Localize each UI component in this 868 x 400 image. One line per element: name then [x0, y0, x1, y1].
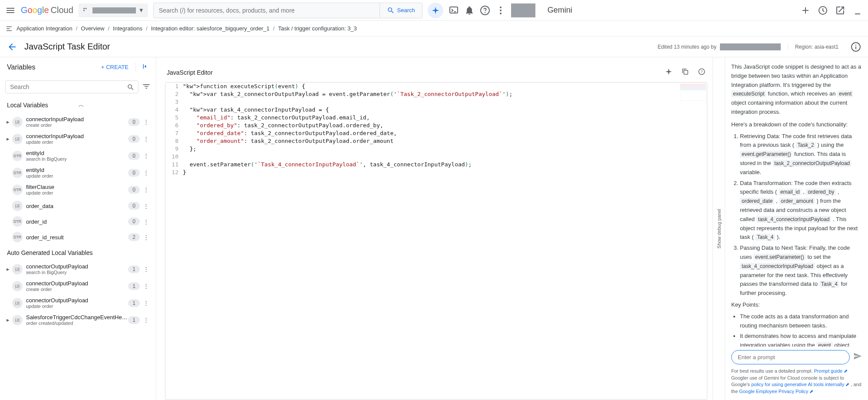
variable-subtitle: create order: [26, 122, 128, 128]
gemini-response: This JavaScript code snippet is designed…: [731, 63, 862, 347]
variable-type-badge: {J}: [12, 134, 23, 144]
ai-assist-icon[interactable]: [665, 68, 673, 77]
breadcrumb-item[interactable]: Integrations: [113, 25, 142, 32]
gemini-panel: This JavaScript code snippet is designed…: [725, 57, 868, 400]
variable-item[interactable]: ▸ {J} connectorOutputPayload search in B…: [0, 261, 156, 278]
svg-point-7: [500, 13, 502, 14]
gemini-minimize-icon[interactable]: [852, 5, 863, 16]
svg-text:?: ?: [700, 69, 703, 74]
cloud-shell-icon[interactable]: [449, 5, 459, 16]
code-editor[interactable]: 1"kw">function executeScript(event) {2 "…: [165, 82, 707, 400]
variable-item[interactable]: STR order_id 0 ⋮: [0, 214, 156, 229]
variable-menu-icon[interactable]: ⋮: [142, 168, 151, 178]
editor-title: JavaScript Editor: [167, 69, 665, 76]
variable-item[interactable]: STR entityId update order 0 ⋮: [0, 164, 156, 181]
help-icon[interactable]: ?: [698, 68, 706, 77]
variable-subtitle: update order: [26, 304, 128, 309]
copy-icon[interactable]: [681, 68, 689, 77]
project-selector[interactable]: ▼: [79, 3, 148, 17]
ai-policy-link[interactable]: policy for using generative AI tools int…: [751, 382, 849, 387]
avatar-mask[interactable]: [511, 3, 535, 17]
variable-item[interactable]: ▸ {J} connectorInputPayload update order…: [0, 130, 156, 147]
breadcrumb-item[interactable]: Application Integration: [17, 25, 73, 32]
variable-menu-icon[interactable]: ⋮: [142, 151, 151, 161]
variable-type-badge: {J}: [12, 117, 23, 127]
debug-panel-toggle[interactable]: Show debug panel: [713, 57, 725, 400]
more-icon[interactable]: [495, 5, 506, 16]
gemini-history-icon[interactable]: [818, 5, 828, 16]
expand-icon[interactable]: ▸: [3, 136, 12, 142]
variable-menu-icon[interactable]: ⋮: [142, 117, 151, 127]
svg-point-6: [500, 10, 502, 11]
variable-count-badge: 0: [128, 152, 140, 160]
variable-item[interactable]: STR entityId search in BigQuery 0 ⋮: [0, 147, 156, 164]
variable-search-input[interactable]: [10, 83, 124, 90]
variable-item[interactable]: ▸ {J} SalesforceTriggerCdcChangeEventHea…: [0, 311, 156, 328]
svg-point-1: [85, 8, 86, 9]
variable-menu-icon[interactable]: ⋮: [142, 201, 151, 211]
variable-name: connectorInputPayload: [26, 116, 128, 122]
variable-count-badge: 1: [128, 316, 140, 324]
variable-subtitle: update order: [26, 190, 128, 195]
variable-count-badge: 0: [128, 218, 140, 225]
expand-icon[interactable]: ▸: [3, 317, 12, 323]
help-icon[interactable]: [480, 5, 490, 16]
variable-menu-icon[interactable]: ⋮: [142, 298, 151, 308]
gemini-star-button[interactable]: [428, 3, 443, 18]
variable-menu-icon[interactable]: ⋮: [142, 232, 151, 242]
info-icon[interactable]: [851, 42, 861, 52]
minimap[interactable]: [680, 83, 706, 101]
privacy-policy-link[interactable]: Google Employee Privacy Policy ⬈: [739, 389, 813, 394]
gemini-new-icon[interactable]: [800, 5, 811, 16]
local-variables-section[interactable]: Local Variables ︿: [0, 97, 156, 113]
variable-item[interactable]: {J} connectorOutputPayload update order …: [0, 294, 156, 311]
send-icon[interactable]: [853, 352, 862, 364]
search-button[interactable]: Search: [380, 3, 422, 18]
variable-item[interactable]: STR filterClause update order 0 ⋮: [0, 181, 156, 198]
collapse-panel-icon[interactable]: [135, 63, 149, 72]
variable-item[interactable]: {J} connectorOutputPayload create order …: [0, 278, 156, 294]
variable-name: connectorInputPayload: [26, 133, 128, 139]
variable-type-badge: STR: [12, 185, 23, 195]
variable-subtitle: search in BigQuery: [26, 156, 128, 162]
variable-subtitle: search in BigQuery: [26, 270, 128, 275]
filter-icon[interactable]: [142, 82, 151, 92]
variable-count-badge: 2: [128, 233, 140, 241]
gemini-prompt-input[interactable]: [731, 350, 850, 364]
variable-menu-icon[interactable]: ⋮: [142, 134, 151, 144]
global-search[interactable]: Search: [153, 3, 422, 18]
variable-name: entityId: [26, 167, 128, 173]
breadcrumb-item[interactable]: Overview: [81, 25, 104, 32]
back-arrow[interactable]: [7, 42, 17, 52]
svg-rect-3: [450, 7, 458, 13]
variable-subtitle: update order: [26, 139, 128, 145]
variable-type-badge: {J}: [12, 298, 23, 308]
variable-menu-icon[interactable]: ⋮: [142, 264, 151, 274]
auto-variables-section[interactable]: Auto Generated Local Variables: [0, 245, 156, 261]
google-cloud-logo[interactable]: Google Cloud: [21, 5, 73, 15]
variable-menu-icon[interactable]: ⋮: [142, 217, 151, 227]
variable-item[interactable]: ▸ {J} connectorInputPayload create order…: [0, 113, 156, 130]
prompt-guide-link[interactable]: Prompt guide ⬈: [814, 368, 848, 374]
notifications-icon[interactable]: [464, 5, 475, 16]
variable-type-badge: STR: [12, 168, 23, 178]
variable-menu-icon[interactable]: ⋮: [142, 185, 151, 195]
variable-name: connectorOutputPayload: [26, 297, 128, 304]
breadcrumb-item[interactable]: Task / trigger configuration: 3_3: [278, 25, 356, 32]
expand-icon[interactable]: ▸: [3, 266, 12, 272]
variable-menu-icon[interactable]: ⋮: [142, 315, 151, 325]
variable-search[interactable]: [5, 80, 139, 93]
project-name-mask: [92, 7, 136, 13]
variable-item[interactable]: STR order_id_result 2 ⋮: [0, 229, 156, 245]
create-variable-button[interactable]: +CREATE: [101, 64, 129, 70]
variable-count-badge: 0: [128, 169, 140, 177]
breadcrumb-item[interactable]: Integration editor: salesforce_bigquery_…: [151, 25, 270, 32]
search-icon: [127, 83, 135, 93]
variable-menu-icon[interactable]: ⋮: [142, 281, 151, 291]
variable-item[interactable]: {J} order_data 0 ⋮: [0, 198, 156, 214]
expand-icon[interactable]: ▸: [3, 119, 12, 125]
hamburger-menu[interactable]: [5, 5, 16, 16]
search-input[interactable]: [154, 7, 380, 14]
edited-label: Edited 13 minutes ago by: [657, 44, 716, 50]
gemini-open-icon[interactable]: [835, 5, 845, 16]
